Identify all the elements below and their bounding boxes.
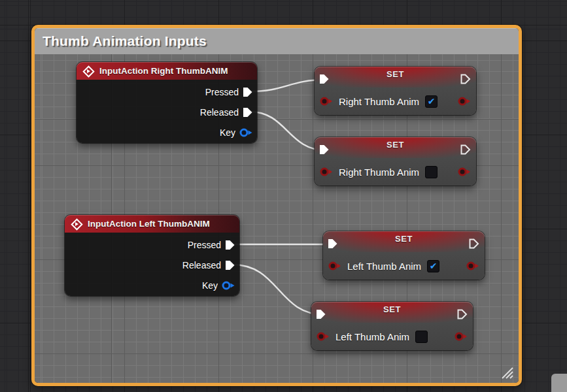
- pin-label-pressed: Pressed: [188, 240, 221, 250]
- bool-out-pin[interactable]: [458, 167, 471, 177]
- bool-in-pin[interactable]: [317, 331, 330, 342]
- comment-resize-handle[interactable]: [499, 365, 515, 380]
- event-node-header[interactable]: InputAction Left ThumbANIM: [65, 215, 239, 233]
- corner-panel-fragment: [551, 374, 567, 392]
- exec-out-pin[interactable]: [457, 309, 468, 319]
- set-variable-label: Right Thumb Anim: [339, 96, 419, 107]
- exec-in-pin[interactable]: [316, 309, 326, 319]
- exec-in-pin[interactable]: [319, 144, 330, 155]
- exec-in-pin[interactable]: [319, 74, 330, 84]
- set-node-right-thumb-false[interactable]: SET Right Thumb Anim: [315, 137, 476, 186]
- set-title: SET: [323, 234, 485, 244]
- blueprint-canvas[interactable]: Thumb Animation Inputs InputAction Right…: [0, 0, 567, 392]
- bool-checkbox[interactable]: [415, 331, 428, 343]
- set-variable-label: Right Thumb Anim: [339, 167, 419, 178]
- comment-title: Thumb Animation Inputs: [43, 33, 207, 49]
- event-node-header[interactable]: InputAction Right ThumbANIM: [77, 62, 257, 80]
- event-node-title: InputAction Right ThumbANIM: [99, 66, 228, 76]
- event-diamond-icon: [83, 66, 94, 76]
- bool-in-pin[interactable]: [320, 96, 333, 106]
- comment-header[interactable]: Thumb Animation Inputs: [35, 28, 519, 54]
- exec-out-pin-pressed[interactable]: [243, 87, 253, 97]
- pin-label-released: Released: [182, 260, 221, 270]
- bool-checkbox[interactable]: [425, 166, 438, 178]
- exec-out-pin-pressed[interactable]: [225, 240, 235, 250]
- bool-checkbox[interactable]: ✔: [427, 260, 439, 272]
- set-title: SET: [315, 140, 476, 150]
- set-node-left-thumb-true[interactable]: SET Left Thumb Anim ✔: [323, 231, 485, 280]
- set-title: SET: [311, 304, 473, 314]
- bool-checkbox[interactable]: ✔: [425, 95, 438, 108]
- exec-out-pin[interactable]: [460, 144, 471, 155]
- key-struct-pin[interactable]: [222, 280, 235, 291]
- set-title: SET: [315, 69, 476, 79]
- set-node-right-thumb-true[interactable]: SET Right Thumb Anim ✔: [315, 67, 476, 115]
- exec-out-pin[interactable]: [469, 238, 479, 249]
- pin-label-key: Key: [202, 280, 218, 291]
- bool-in-pin[interactable]: [320, 167, 333, 177]
- set-variable-label: Left Thumb Anim: [347, 261, 421, 272]
- set-node-left-thumb-false[interactable]: SET Left Thumb Anim: [311, 302, 473, 350]
- key-struct-pin[interactable]: [239, 127, 253, 138]
- exec-out-pin[interactable]: [460, 74, 471, 84]
- pin-label-released: Released: [200, 107, 239, 118]
- exec-out-pin-released[interactable]: [225, 260, 235, 270]
- bool-out-pin[interactable]: [466, 261, 479, 271]
- bool-out-pin[interactable]: [458, 96, 471, 106]
- pin-label-pressed: Pressed: [205, 87, 239, 97]
- set-variable-label: Left Thumb Anim: [335, 331, 409, 342]
- event-diamond-icon: [71, 219, 82, 229]
- event-node-right-thumb[interactable]: InputAction Right ThumbANIM Pressed Rele…: [77, 62, 257, 143]
- event-node-title: InputAction Left ThumbANIM: [88, 219, 210, 229]
- exec-out-pin-released[interactable]: [243, 107, 253, 118]
- event-node-left-thumb[interactable]: InputAction Left ThumbANIM Pressed Relea…: [65, 215, 239, 296]
- bool-in-pin[interactable]: [328, 261, 341, 271]
- pin-label-key: Key: [220, 127, 235, 138]
- bool-out-pin[interactable]: [455, 331, 468, 342]
- exec-in-pin[interactable]: [328, 238, 338, 249]
